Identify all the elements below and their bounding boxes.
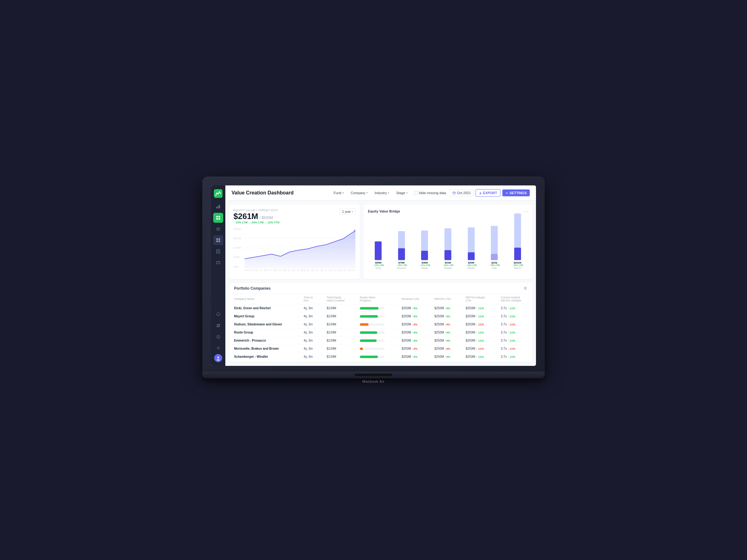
bridge-more-button[interactable]: ···: [524, 209, 528, 214]
sidebar-icon-bell[interactable]: [213, 309, 223, 319]
table-row[interactable]: Hudson, Stiedemann and Glover 4y, 3m $13…: [229, 320, 532, 328]
svg-rect-5: [218, 216, 220, 217]
page-title: Value Creation Dashboard: [232, 190, 328, 196]
td-progress-bar: [355, 320, 396, 328]
hide-missing-toggle: Hide missing data: [412, 190, 448, 196]
table-row[interactable]: Runte Group 4y, 3m $134M $250M ↑4% $250M…: [229, 328, 532, 337]
bridge-val-multiple: $41M: [445, 261, 451, 264]
td-equity-created: $134M: [322, 337, 355, 345]
td-revenue: $250M ↑4%: [396, 337, 429, 345]
laptop-base: [202, 371, 545, 378]
td-equity-created: $134M: [322, 353, 355, 361]
td-time-exit: 4y, 3m: [299, 320, 322, 328]
export-button[interactable]: EXPORT: [475, 189, 500, 196]
bridge-change-total: ↑ 20% LTM: [512, 264, 523, 266]
settings-button[interactable]: SETTINGS: [503, 189, 530, 196]
timerange-chevron: ▾: [352, 210, 353, 213]
bridge-bar-multiple: [438, 216, 459, 260]
sidebar-icon-dashboard[interactable]: [213, 213, 223, 223]
portfolio-table: Company Name Time toExit Total EquityVal…: [229, 294, 532, 362]
td-margin: $250M ↑ 11%: [461, 337, 496, 345]
td-company-name: Morissette, Brakus and Brown: [229, 345, 299, 353]
table-row[interactable]: Schamberger - Windler 4y, 3m $134M $250M…: [229, 353, 532, 361]
td-time-exit: 4y, 3m: [299, 304, 322, 312]
sidebar-icon-list[interactable]: [213, 224, 223, 234]
bridge-bar-entry: [368, 216, 389, 260]
sidebar-icon-settings[interactable]: [213, 343, 223, 353]
table-row[interactable]: Emmerich - Prosacco 4y, 3m $134M $250M ↑…: [229, 337, 532, 345]
svg-point-33: [507, 193, 507, 193]
equity-label-area: Equity Value / Target Exit $261M / $500M…: [233, 209, 280, 226]
bridge-bar-addon: [461, 216, 482, 260]
bridge-col-margin: $36M ↑ 11% LTM Margin: [414, 216, 435, 269]
sidebar-icon-info[interactable]: [213, 331, 223, 342]
td-company-name: Schamberger - Windler: [229, 353, 299, 361]
sidebar-icon-doc[interactable]: [213, 246, 223, 256]
td-ebitda: $250M ↑4%: [430, 361, 461, 363]
th-ebitda: EBITDA LTM: [430, 294, 461, 304]
bridge-bar-margin: [414, 216, 435, 260]
table-row[interactable]: Mayert Group 4y, 3m $134M $250M ↑4% $250…: [229, 312, 532, 320]
svg-rect-9: [216, 229, 220, 230]
td-ebitda: $250M ↑4%: [430, 328, 461, 337]
td-equity-created: $134M: [322, 312, 355, 320]
th-company: Company Name: [229, 294, 299, 304]
company-filter[interactable]: Company ▾: [348, 190, 370, 196]
svg-point-26: [217, 356, 219, 358]
table-header-row: Portfolio Companies ⚙: [229, 283, 532, 294]
bridge-chart-header: Equity Value Bridge ···: [368, 209, 528, 214]
bridge-col-multiple: $41M ↑ 20% LTM Multiple: [438, 216, 459, 269]
user-avatar[interactable]: [214, 354, 222, 362]
main-content: Value Creation Dashboard Fund ▾ Company …: [225, 185, 536, 366]
td-revenue: $250M ↓4%: [396, 345, 429, 353]
table-header: Company Name Time toExit Total EquityVal…: [229, 294, 532, 304]
bridge-change-multiple: ↑ 20% LTM: [442, 264, 453, 266]
table-settings-icon[interactable]: ⚙: [523, 286, 527, 291]
table-row[interactable]: Dicki, Green and Reichel 4y, 3m $134M $2…: [229, 304, 532, 312]
svg-rect-28: [453, 192, 455, 194]
line-chart-svg: [244, 228, 356, 268]
bridge-bar-debt: [484, 216, 505, 260]
td-company-name: Mayert Group: [229, 312, 299, 320]
td-progress-bar: [355, 361, 396, 363]
date-filter[interactable]: Oct 2021: [450, 189, 474, 196]
th-multiple: Current ImpliedEBITDA Multiple: [496, 294, 532, 304]
laptop-bezel: Value Creation Dashboard Fund ▾ Company …: [202, 177, 545, 371]
line-chart-svg-wrapper: [244, 228, 356, 268]
bridge-name-revenue: Revenue: [397, 267, 406, 269]
stage-filter[interactable]: Stage ▾: [394, 190, 410, 196]
bridge-seg-entry: [375, 241, 382, 260]
bridge-seg-mar-dark: [421, 251, 428, 260]
industry-filter[interactable]: Industry ▾: [372, 190, 392, 196]
bridge-val-revenue: $79M: [398, 261, 405, 264]
td-revenue: $250M ↑4%: [396, 312, 429, 320]
chart-timerange[interactable]: 1 year ▾: [340, 209, 356, 215]
td-margin: $250M ↑ 11%: [461, 361, 496, 363]
bridge-col-debt: ($15) ↑ 13% LTM Debt: [484, 216, 505, 269]
td-time-exit: 4y, 3m: [299, 353, 322, 361]
badge-ytd: ↑ 12% YTD: [265, 221, 280, 224]
sidebar-icon-refresh[interactable]: [213, 320, 223, 330]
sidebar-icon-layers[interactable]: [213, 258, 223, 268]
bridge-col-revenue: $79M ↑ 15% LTM Revenue: [391, 216, 412, 269]
td-equity-created: $134M: [322, 320, 355, 328]
bridge-name-addon: Add-On: [467, 267, 475, 269]
header-filters: Fund ▾ Company ▾ Industry ▾ Stage: [331, 189, 530, 196]
table-section-title: Portfolio Companies: [234, 286, 523, 291]
table-row[interactable]: Morissette, Brakus and Brown 4y, 3m $134…: [229, 345, 532, 353]
svg-rect-13: [216, 240, 218, 242]
sidebar-icon-grid[interactable]: [213, 235, 223, 245]
td-multiple: 3.7x ↑ 11%: [496, 353, 532, 361]
svg-rect-14: [218, 240, 220, 242]
td-multiple: 3.7x ↓ 11%: [496, 320, 532, 328]
bridge-seg-mul-dark: [444, 250, 451, 260]
hide-missing-checkbox[interactable]: [414, 191, 418, 195]
sidebar-bottom: [213, 309, 223, 362]
fund-filter[interactable]: Fund ▾: [331, 190, 346, 196]
td-margin: $250M ↑ 11%: [461, 304, 496, 312]
bridge-change-margin: ↑ 11% LTM: [419, 264, 430, 266]
sidebar-icon-chart[interactable]: [213, 202, 223, 212]
svg-rect-4: [216, 216, 218, 217]
table-row[interactable]: Trantow Group 4y, 3m $134M $250M ↑4% $25…: [229, 361, 532, 363]
dashboard-body: Equity Value / Target Exit $261M / $500M…: [225, 201, 536, 366]
